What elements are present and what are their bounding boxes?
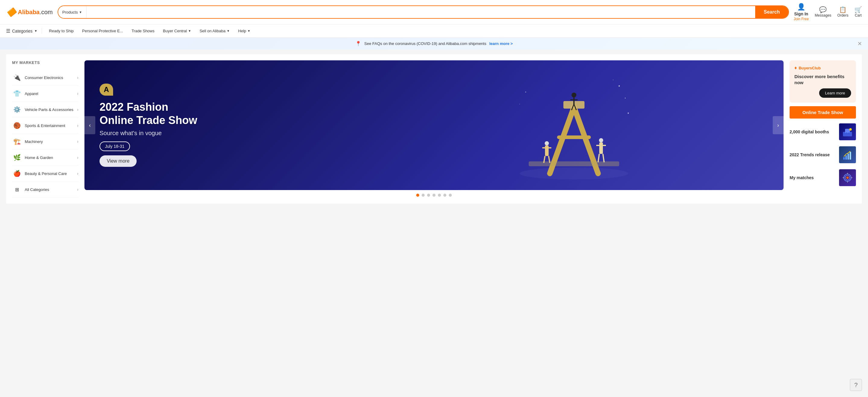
- sidebar-item-all-categories[interactable]: ⊞ All Categories ›: [12, 182, 79, 197]
- digital-booths-item[interactable]: 2,000 digital booths: [789, 122, 856, 142]
- search-button[interactable]: Search: [755, 6, 788, 18]
- svg-point-21: [619, 85, 620, 87]
- slider-dot-4[interactable]: [433, 194, 435, 197]
- cart-action[interactable]: 🛒 Cart: [855, 7, 862, 18]
- logo[interactable]: 🔶 Alibaba.com: [6, 7, 53, 17]
- digital-booths-thumbnail: [839, 123, 856, 140]
- svg-line-20: [603, 154, 604, 162]
- orders-icon: 📋: [839, 7, 846, 13]
- products-dropdown-button[interactable]: Products ▼: [58, 6, 87, 18]
- online-trade-show-button[interactable]: Online Trade Show: [789, 106, 856, 119]
- buyers-club-card: ♦ BuyersClub Discover more benefits now …: [789, 60, 856, 102]
- search-bar: Products ▼ Search: [58, 5, 789, 19]
- slider-dot-2[interactable]: [422, 194, 425, 197]
- slider-dot-7[interactable]: [449, 194, 452, 197]
- svg-rect-35: [847, 154, 849, 160]
- svg-point-29: [849, 128, 852, 131]
- buyers-club-brand: BuyersClub: [799, 66, 820, 70]
- search-input[interactable]: [87, 6, 755, 18]
- nav-trade-shows[interactable]: Trade Shows: [127, 25, 159, 38]
- hero-visual: [364, 60, 783, 190]
- sidebar-title: MY MARKETS: [12, 60, 79, 65]
- chevron-right-icon: ›: [77, 75, 79, 80]
- svg-rect-17: [599, 143, 603, 154]
- chevron-right-icon: ›: [77, 171, 79, 176]
- home-garden-icon: 🌿: [12, 153, 22, 162]
- chevron-right-icon: ›: [77, 155, 79, 160]
- sidebar-item-vehicle-parts[interactable]: ⚙️ Vehicle Parts & Accessories ›: [12, 102, 79, 118]
- sidebar-item-apparel[interactable]: 👕 Apparel ›: [12, 86, 79, 102]
- chevron-right-icon: ›: [77, 107, 79, 112]
- my-matches-item[interactable]: My matches: [789, 168, 856, 187]
- nav-ready-to-ship[interactable]: Ready to Ship: [45, 25, 78, 38]
- svg-rect-31: [846, 132, 847, 135]
- nav-bar: ☰ Categories ▼ Ready to Ship Personal Pr…: [0, 25, 868, 38]
- logo-text: Alibaba.com: [18, 9, 53, 16]
- header-actions: 👤 Sign In Join Free 💬 Messages 📋 Orders …: [794, 3, 862, 21]
- svg-point-24: [628, 113, 629, 114]
- trends-release-item[interactable]: 2022 Trends release: [789, 145, 856, 164]
- orders-action[interactable]: 📋 Orders: [837, 7, 848, 18]
- covid-banner: 📍 See FAQs on the coronavirus (COVID-19)…: [0, 38, 868, 50]
- sidebar-item-sports[interactable]: 🏀 Sports & Entertainment ›: [12, 118, 79, 134]
- nav-personal-protective[interactable]: Personal Protective E...: [78, 25, 127, 38]
- covid-close-button[interactable]: ✕: [858, 40, 862, 47]
- sidebar-item-beauty[interactable]: 🍎 Beauty & Personal Care ›: [12, 165, 79, 182]
- chevron-right-icon: ›: [77, 91, 79, 96]
- all-categories-icon: ⊞: [12, 185, 22, 194]
- svg-rect-10: [529, 161, 619, 166]
- svg-point-23: [613, 80, 614, 80]
- categories-menu[interactable]: ☰ Categories ▼: [6, 28, 42, 34]
- help-chevron-icon: ▼: [247, 29, 250, 33]
- cart-icon: 🛒: [855, 7, 862, 13]
- chevron-right-icon: ›: [77, 139, 79, 144]
- sidebar-item-consumer-electronics[interactable]: 🔌 Consumer Electronics ›: [12, 70, 79, 86]
- matches-thumbnail: [839, 169, 856, 186]
- nav-help[interactable]: Help ▼: [234, 25, 255, 38]
- signin-area[interactable]: 👤 Sign In Join Free: [794, 3, 809, 21]
- nav-buyer-central[interactable]: Buyer Central ▼: [159, 25, 195, 38]
- hero-badge: A: [99, 84, 113, 96]
- messages-icon: 💬: [819, 7, 827, 13]
- svg-rect-34: [845, 155, 847, 160]
- svg-rect-30: [844, 132, 845, 135]
- user-icon: 👤: [797, 3, 805, 11]
- covid-learn-more-link[interactable]: learn more >: [489, 41, 513, 46]
- left-sidebar: MY MARKETS 🔌 Consumer Electronics › 👕 Ap…: [12, 60, 79, 197]
- chevron-right-icon: ›: [77, 123, 79, 128]
- slider-dot-6[interactable]: [443, 194, 446, 197]
- svg-point-5: [571, 93, 576, 97]
- slider-dot-5[interactable]: [438, 194, 441, 197]
- apparel-icon: 👕: [12, 89, 22, 98]
- svg-point-26: [519, 104, 520, 104]
- hamburger-icon: ☰: [6, 28, 10, 34]
- svg-rect-28: [845, 129, 850, 133]
- learn-more-button[interactable]: Learn more: [819, 88, 851, 98]
- svg-line-19: [598, 154, 599, 162]
- svg-point-39: [846, 177, 849, 179]
- hero-illustration: [510, 68, 637, 183]
- trends-thumbnail: [839, 146, 856, 163]
- chevron-right-icon: ›: [77, 187, 79, 192]
- beauty-icon: 🍎: [12, 169, 22, 178]
- machinery-icon: 🏗️: [12, 136, 22, 146]
- consumer-electronics-icon: 🔌: [12, 73, 22, 82]
- header: 🔶 Alibaba.com Products ▼ Search 👤 Sign I…: [0, 0, 868, 25]
- sidebar-item-home-garden[interactable]: 🌿 Home & Garden ›: [12, 150, 79, 165]
- messages-action[interactable]: 💬 Messages: [815, 7, 832, 18]
- hero-view-more-button[interactable]: View more: [99, 155, 136, 167]
- sidebar-item-machinery[interactable]: 🏗️ Machinery ›: [12, 134, 79, 150]
- chevron-down-icon: ▼: [79, 10, 82, 14]
- svg-rect-32: [848, 132, 849, 135]
- hero-title: 2022 FashionOnline Trade Show: [99, 100, 197, 126]
- hero-subtitle: Source what's in vogue: [99, 130, 197, 136]
- svg-rect-36: [849, 152, 851, 160]
- svg-point-22: [625, 98, 625, 99]
- slider-dots: [85, 194, 783, 197]
- location-pin-icon: 📍: [355, 41, 361, 47]
- slider-dot-1[interactable]: [416, 194, 419, 197]
- slider-dot-3[interactable]: [427, 194, 430, 197]
- svg-rect-33: [843, 157, 845, 160]
- alibaba-flame-icon: 🔶: [6, 7, 17, 17]
- nav-sell-on-alibaba[interactable]: Sell on Alibaba ▼: [195, 25, 234, 38]
